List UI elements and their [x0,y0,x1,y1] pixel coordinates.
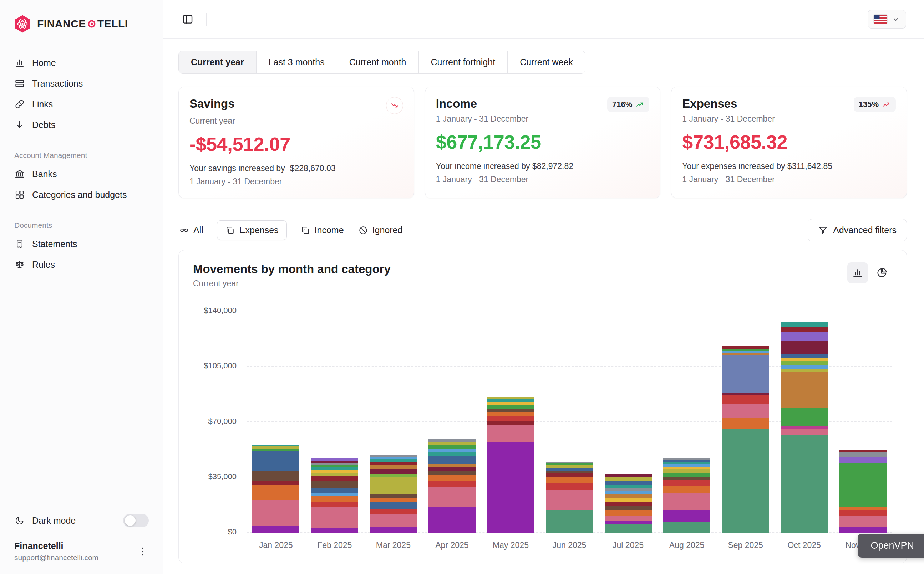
bar-segment[interactable] [722,418,769,429]
bar-jun-2025[interactable] [546,311,593,533]
bar-segment[interactable] [311,507,358,528]
bar-segment[interactable] [605,490,652,494]
bar-segment[interactable] [370,469,417,474]
bar-segment[interactable] [722,355,769,393]
sidebar-item-debts[interactable]: Debts [9,115,154,135]
bar-segment[interactable] [311,460,358,463]
sidebar-item-categories-and-budgets[interactable]: Categories and budgets [9,184,154,205]
tab-current-fortnight[interactable]: Current fortnight [419,51,508,73]
bar-segment[interactable] [605,506,652,510]
bar-segment[interactable] [605,485,652,488]
bar-segment[interactable] [663,486,710,494]
bar-segment[interactable] [663,464,710,467]
sidebar-item-rules[interactable]: Rules [9,255,154,274]
bar-segment[interactable] [605,521,652,524]
bar-segment[interactable] [780,435,828,533]
sidebar-item-links[interactable]: Links [9,94,154,114]
bar-segment[interactable] [722,395,769,404]
bar-segment[interactable] [546,477,593,483]
bar-segment[interactable] [605,516,652,521]
bar-segment[interactable] [428,456,475,464]
bar-segment[interactable] [839,457,886,464]
bar-segment[interactable] [252,471,299,481]
bar-segment[interactable] [605,474,652,477]
bar-segment[interactable] [487,399,534,402]
bar-segment[interactable] [722,393,769,395]
filter-income[interactable]: Income [300,221,344,240]
bar-segment[interactable] [722,346,769,349]
bar-segment[interactable] [487,421,534,425]
filter-expenses[interactable]: Expenses [217,220,287,240]
bar-segment[interactable] [780,341,828,354]
bar-segment[interactable] [252,485,299,500]
bar-segment[interactable] [663,477,710,480]
bar-segment[interactable] [780,354,828,358]
bar-segment[interactable] [311,476,358,481]
dark-mode-toggle[interactable] [123,514,149,527]
bar-segment[interactable] [839,453,886,457]
bar-segment[interactable] [487,442,534,533]
bar-segment[interactable] [428,442,475,445]
kebab-menu-icon[interactable] [137,546,149,558]
bar-segment[interactable] [780,331,828,341]
bar-segment[interactable] [663,480,710,486]
bar-segment[interactable] [663,469,710,473]
filter-ignored[interactable]: Ignored [357,221,403,240]
bar-segment[interactable] [839,507,886,510]
bar-segment[interactable] [780,372,828,408]
bar-segment[interactable] [311,465,358,467]
bar-segment[interactable] [428,467,475,471]
language-select[interactable] [868,10,906,28]
sidebar-item-statements[interactable]: Statements [9,234,154,254]
bar-segment[interactable] [428,487,475,506]
bar-segment[interactable] [428,452,475,456]
bar-segment[interactable] [428,471,475,475]
bar-jan-2025[interactable] [252,311,299,533]
bar-segment[interactable] [605,488,652,490]
bar-jul-2025[interactable] [605,311,652,533]
bar-segment[interactable] [311,467,358,470]
bar-segment[interactable] [370,465,417,469]
bar-segment[interactable] [428,448,475,452]
bar-segment[interactable] [780,429,828,435]
account-row[interactable]: Financetelli support@financetelli.com [9,541,154,562]
bar-segment[interactable] [370,474,417,477]
bar-may-2025[interactable] [487,311,534,533]
bar-segment[interactable] [839,516,886,527]
bar-segment[interactable] [546,473,593,477]
bar-segment[interactable] [605,477,652,481]
bar-segment[interactable] [428,475,475,481]
filter-all[interactable]: All [178,221,204,240]
bar-segment[interactable] [370,502,417,509]
bar-segment[interactable] [487,405,534,409]
bar-feb-2025[interactable] [311,311,358,533]
bar-apr-2025[interactable] [428,311,475,533]
bar-segment[interactable] [839,510,886,516]
bar-segment[interactable] [780,365,828,369]
bar-segment[interactable] [663,494,710,510]
bar-segment[interactable] [780,361,828,365]
bar-chart-view-button[interactable] [847,262,868,283]
bar-segment[interactable] [311,496,358,502]
bar-segment[interactable] [546,510,593,533]
bar-segment[interactable] [546,471,593,473]
bar-segment[interactable] [663,462,710,464]
bar-segment[interactable] [311,481,358,489]
tab-current-week[interactable]: Current week [508,51,585,73]
bar-segment[interactable] [722,353,769,356]
bar-segment[interactable] [370,527,417,533]
bar-segment[interactable] [605,510,652,516]
bar-segment[interactable] [311,528,358,533]
bar-segment[interactable] [311,502,358,507]
brand[interactable]: FINANCE TELLI [9,14,154,33]
bar-segment[interactable] [487,409,534,412]
bar-segment[interactable] [839,464,886,507]
bar-segment[interactable] [839,527,886,533]
bar-segment[interactable] [370,509,417,514]
bar-segment[interactable] [605,481,652,485]
bar-segment[interactable] [428,481,475,487]
bar-segment[interactable] [663,467,710,470]
bar-segment[interactable] [722,404,769,419]
bar-nov-2025[interactable] [839,311,886,533]
bar-segment[interactable] [428,439,475,442]
